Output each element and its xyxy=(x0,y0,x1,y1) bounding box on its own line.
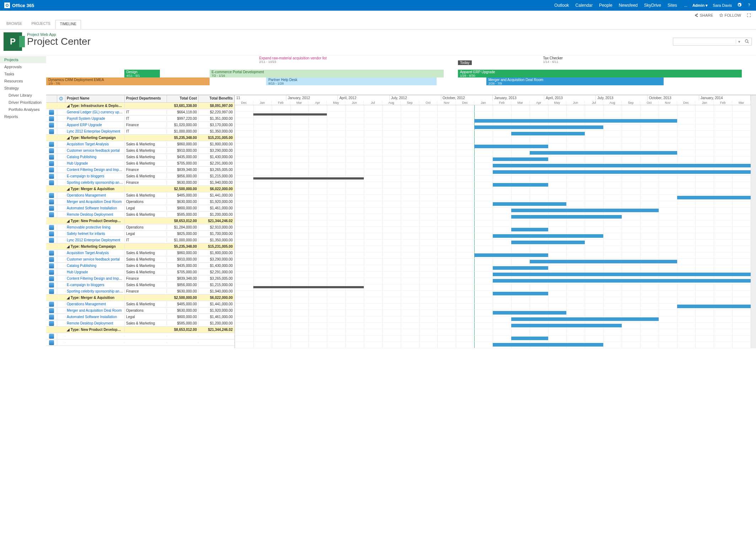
grid-data-row[interactable]: Operations ManagementSales & Marketing$4… xyxy=(46,192,234,199)
grid-data-row[interactable]: Lync 2012 Enterprise DeploymentIT$1,000,… xyxy=(46,237,234,243)
grid-data-row[interactable]: Merger and Acquisition Deal RoomOperatio… xyxy=(46,307,234,314)
gantt-bar[interactable] xyxy=(474,145,548,148)
gantt-bar[interactable] xyxy=(493,234,603,238)
project-link[interactable]: Safety helmet for infants xyxy=(67,232,105,236)
gantt-bar[interactable] xyxy=(511,241,585,244)
gantt-bar[interactable] xyxy=(253,286,364,288)
project-link[interactable]: Apparel ERP Upgrade xyxy=(67,123,102,127)
gantt-bar[interactable] xyxy=(493,202,566,206)
suite-link-newsfeed[interactable]: Newsfeed xyxy=(619,3,638,8)
search-dropdown-icon[interactable]: ▾ xyxy=(736,39,742,44)
grid-group-row[interactable]: ◢ Type: Merger & Aquisition$2,500,000.00… xyxy=(46,186,234,192)
grid-data-row[interactable]: Sporting celebrity sponsorship and enFin… xyxy=(46,179,234,186)
grid-group-row[interactable]: ◢ Type: Merger & Aquisition$2,500,000.00… xyxy=(46,295,234,301)
project-link[interactable]: Operations Management xyxy=(67,302,106,306)
timeline-bar[interactable]: E-commerce Portal Development7/2 - 1/16 xyxy=(210,70,444,77)
project-link[interactable]: Catalog Publishing xyxy=(67,264,96,268)
grid-group-row[interactable]: ◢ Type: Infrastructure & Deployment$3,68… xyxy=(46,103,234,109)
gantt-bar[interactable] xyxy=(493,273,751,276)
sidenav-item-driver-library[interactable]: Driver Library xyxy=(0,92,46,99)
suite-link-sites[interactable]: Sites xyxy=(668,3,677,8)
col-project-name[interactable]: Project Name xyxy=(65,95,125,102)
vertical-scrollbar[interactable] xyxy=(751,95,756,348)
project-link[interactable]: E-campaign to bloggers xyxy=(67,174,104,178)
project-link[interactable]: Lync 2012 Enterprise Deployment xyxy=(67,129,120,133)
timeline-bar[interactable]: Merger and Acquisition Deal Room2/28 - 7… xyxy=(486,77,664,85)
project-link[interactable]: Merger and Acquisition Deal Room xyxy=(67,200,122,204)
gantt-bar[interactable] xyxy=(493,164,751,167)
grid-data-row[interactable]: Lync 2012 Enterprise DeploymentIT$1,000,… xyxy=(46,128,234,135)
sidenav-item-tasks[interactable]: Tasks xyxy=(0,70,46,77)
sidenav-item-portfolio-analyses[interactable]: Portfolio Analyses xyxy=(0,106,46,113)
col-icon[interactable] xyxy=(46,95,57,102)
grid-data-row[interactable]: Remote Desktop DeploymentSales & Marketi… xyxy=(46,320,234,327)
grid-data-row[interactable]: Payroll System UpgradeIT$997,220.00$1,35… xyxy=(46,116,234,122)
gantt-bar[interactable] xyxy=(493,292,548,295)
grid-data-row[interactable] xyxy=(46,339,234,346)
sidenav-item-approvals[interactable]: Approvals xyxy=(0,63,46,70)
grid-data-row[interactable]: Automated Software InstallationLegal$800… xyxy=(46,314,234,320)
gantt-bar[interactable] xyxy=(511,132,585,135)
grid-data-row[interactable]: Apparel ERP UpgradeFinance$1,020,000.00$… xyxy=(46,122,234,128)
gantt-bar[interactable] xyxy=(493,311,566,315)
fullscreen-button[interactable] xyxy=(747,13,751,17)
gantt-bar[interactable] xyxy=(493,279,751,283)
suite-admin[interactable]: Admin ▾ xyxy=(692,3,708,8)
suite-more[interactable]: ... xyxy=(684,3,687,7)
grid-data-row[interactable]: Content Filtering Design and ImplemeFina… xyxy=(46,167,234,173)
search-icon[interactable] xyxy=(742,39,751,44)
grid-data-row[interactable]: Customer service feedback portalSales & … xyxy=(46,147,234,154)
grid-data-row[interactable]: Remote Desktop DeploymentSales & Marketi… xyxy=(46,211,234,218)
search-input[interactable] xyxy=(673,39,736,44)
suite-link-skydrive[interactable]: SkyDrive xyxy=(644,3,661,8)
gantt-bar[interactable] xyxy=(677,196,751,199)
sidenav-item-projects[interactable]: Projects xyxy=(0,56,46,63)
gantt-bar[interactable] xyxy=(530,151,677,155)
grid-data-row[interactable]: E-campaign to bloggersSales & Marketing$… xyxy=(46,282,234,288)
sidenav-item-resources[interactable]: Resources xyxy=(0,77,46,85)
grid-group-row[interactable]: ◢ Type: Marketing Campaign$5,235,348.00$… xyxy=(46,135,234,141)
follow-button[interactable]: FOLLOW xyxy=(719,13,741,17)
gantt-bar[interactable] xyxy=(511,215,622,219)
grid-data-row[interactable]: Customer service feedback portalSales & … xyxy=(46,256,234,263)
ribbon-tab-timeline[interactable]: TIMELINE xyxy=(55,20,81,29)
grid-data-row[interactable]: Acquisition Target AnalysisSales & Marke… xyxy=(46,141,234,147)
project-link[interactable]: Remote Desktop Deployment xyxy=(67,213,113,216)
grid-group-row[interactable]: ◢ Type: New Product Development$8,653,01… xyxy=(46,327,234,333)
ribbon-tab-browse[interactable]: BROWSE xyxy=(2,20,26,29)
grid-data-row[interactable]: Operations ManagementSales & Marketing$4… xyxy=(46,301,234,307)
sidenav-item-strategy[interactable]: Strategy xyxy=(0,85,46,92)
gantt-bar[interactable] xyxy=(474,119,677,123)
suite-link-calendar[interactable]: Calendar xyxy=(576,3,593,8)
project-link[interactable]: Acquisition Target Analysis xyxy=(67,251,109,255)
gantt-bar[interactable] xyxy=(493,183,548,187)
gantt-bar[interactable] xyxy=(677,305,751,308)
project-link[interactable]: Automated Software Installation xyxy=(67,315,117,319)
brand[interactable]: O Office 365 xyxy=(4,2,34,8)
grid-data-row[interactable]: Hub UpgradeSales & Marketing$705,000.00$… xyxy=(46,269,234,275)
grid-data-row[interactable]: Removable protective liningOperations$1,… xyxy=(46,224,234,231)
project-link[interactable]: E-campaign to bloggers xyxy=(67,283,104,287)
project-link[interactable]: Lync 2012 Enterprise Deployment xyxy=(67,238,120,242)
gantt-bar[interactable] xyxy=(511,317,659,321)
project-link[interactable]: Customer service feedback portal xyxy=(67,149,120,152)
grid-data-row[interactable] xyxy=(46,333,234,339)
project-link[interactable]: Hub Upgrade xyxy=(67,270,88,274)
project-link[interactable]: Operations Management xyxy=(67,193,106,197)
project-link[interactable]: Removable protective lining xyxy=(67,225,110,229)
sidenav-item-reports[interactable]: Reports xyxy=(0,113,46,120)
gantt-bar[interactable] xyxy=(253,177,364,179)
col-info-icon[interactable]: ⓘ xyxy=(57,95,65,102)
gantt-bar[interactable] xyxy=(493,157,548,161)
gantt-bar[interactable] xyxy=(511,209,659,212)
col-total-cost[interactable]: Total Cost xyxy=(167,95,199,102)
share-button[interactable]: SHARE xyxy=(694,13,713,17)
timeline-bar[interactable]: Design4/11 - 5/1 xyxy=(124,70,160,77)
gantt-bar[interactable] xyxy=(474,253,548,257)
sidenav-item-driver-prioritization[interactable]: Driver Prioritization xyxy=(0,99,46,106)
timeline-bar[interactable]: Apparel ERP Upgrade1/28 - 8/30 xyxy=(458,70,742,77)
grid-group-row[interactable]: ◢ Type: New Product Development$8,653,01… xyxy=(46,218,234,224)
timeline-bar[interactable]: Dynamics CRM Deployment EMEA1/9 - 7/6 xyxy=(46,77,210,85)
help-icon[interactable]: ? xyxy=(747,2,752,8)
project-link[interactable]: Remote Desktop Deployment xyxy=(67,321,113,325)
